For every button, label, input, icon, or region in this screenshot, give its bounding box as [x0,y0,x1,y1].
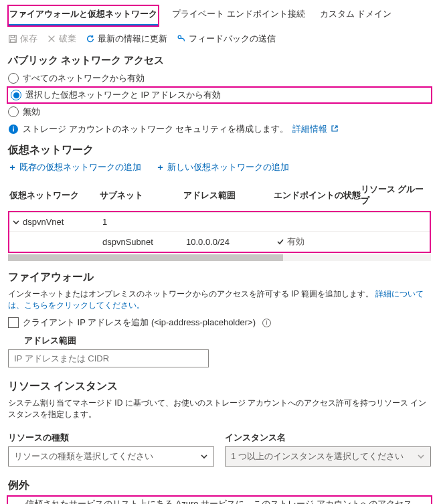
instance-name-select[interactable]: 1 つ以上のインスタンスを選択してください [225,446,431,467]
chevron-down-icon [417,452,425,460]
vnet-table-header: 仮想ネットワーク サブネット アドレス範囲 エンドポイントの状態 リソース グル… [8,180,431,211]
tab-private-endpoint[interactable]: プライベート エンドポイント接続 [171,5,306,26]
col-range: アドレス範囲 [183,190,274,201]
firewall-desc: インターネットまたはオンプレミスのネットワークからのアクセスを許可する IP 範… [8,288,431,311]
radio-selected-networks[interactable]: 選択した仮想ネットワークと IP アドレスから有効 [8,88,431,102]
plus-icon: ＋ [156,161,165,173]
firewall-title: ファイアウォール [8,270,431,284]
col-rg: リソース グループ [361,184,430,207]
vnet-table-body: dspvnVnet 1 dspvnSubnet 10.0.0.0/24 有効 [8,211,431,253]
external-link-icon [331,125,338,132]
radio-label: すべてのネットワークから有効 [23,72,145,84]
plus-icon: ＋ [8,161,17,173]
resource-instance-fields: リソースの種類 リソースの種類を選択してください インスタンス名 1 つ以上のイ… [8,427,431,467]
resource-type-label: リソースの種類 [8,432,214,444]
feedback-button[interactable]: フィードバックの送信 [177,33,276,45]
address-range: 10.0.0.0/24 [186,237,276,247]
feedback-icon [177,34,186,44]
address-range-label: アドレス範囲 [24,335,431,347]
refresh-button[interactable]: 最新の情報に更新 [86,33,167,45]
feedback-label: フィードバックの送信 [189,33,276,45]
radio-all-networks[interactable]: すべてのネットワークから有効 [8,71,431,86]
svg-rect-1 [11,35,14,38]
chevron-down-icon [12,218,20,226]
discard-label: 破棄 [59,33,76,45]
resource-type-select[interactable]: リソースの種類を選択してください [8,446,214,467]
table-row[interactable]: dspvnVnet 1 [9,212,430,231]
refresh-label: 最新の情報に更新 [98,33,167,45]
radio-label: 無効 [23,106,40,118]
chevron-down-icon [200,452,208,460]
save-icon [8,34,17,44]
address-range-input[interactable] [8,349,209,367]
instance-name-label: インスタンス名 [225,432,431,444]
vnet-add-row: ＋既存の仮想ネットワークの追加 ＋新しい仮想ネットワークの追加 [8,161,431,173]
info-icon[interactable]: i [262,319,271,327]
endpoint-status: 有効 [276,236,304,248]
resource-instances-title: リソース インスタンス [8,380,431,394]
vnet-name: dspvnVnet [23,217,64,227]
checkbox-label: 信頼されたサービスのリスト上にある Azure サービスに、このストレージ アカ… [25,498,414,504]
radio-label: 選択した仮想ネットワークと IP アドレスから有効 [25,89,221,101]
resource-instances-desc: システム割り当てマネージド ID に基づいて、お使いのストレージ アカウントへの… [8,398,431,420]
svg-point-5 [178,35,181,38]
add-existing-vnet-button[interactable]: ＋既存の仮想ネットワークの追加 [8,161,141,173]
tab-custom-domain[interactable]: カスタム ドメイン [319,5,393,26]
add-client-ip-checkbox[interactable]: クライアント IP アドレスを追加 (<ip-address-placehold… [8,315,431,330]
toolbar: 保存 破棄 最新の情報に更新 フィードバックの送信 [8,33,431,45]
public-access-title: パブリック ネットワーク アクセス [8,54,431,67]
svg-rect-2 [11,39,15,42]
tabs: ファイアウォールと仮想ネットワーク プライベート エンドポイント接続 カスタム … [8,5,431,26]
radio-disabled[interactable]: 無効 [8,104,431,119]
checkbox-icon [8,317,19,328]
subnet-name: dspvnSubnet [102,237,186,247]
tab-firewall-vnet[interactable]: ファイアウォールと仮想ネットワーク [8,5,159,26]
subnet-count: 1 [102,217,186,227]
col-vnet: 仮想ネットワーク [9,190,100,201]
exceptions-title: 例外 [8,479,431,493]
discard-button[interactable]: 破棄 [47,33,76,45]
check-icon [276,238,284,246]
vnet-title: 仮想ネットワーク [8,143,431,157]
save-label: 保存 [20,33,37,45]
add-new-vnet-button[interactable]: ＋新しい仮想ネットワークの追加 [156,161,289,173]
info-link[interactable]: 詳細情報 [292,123,338,135]
col-subnet: サブネット [100,190,183,201]
radio-icon [8,73,19,84]
save-button[interactable]: 保存 [8,33,37,45]
checkbox-label: クライアント IP アドレスを追加 (<ip-address-placehold… [23,317,256,329]
refresh-icon [86,34,95,44]
info-text: ストレージ アカウントのネットワーク セキュリティを構成します。 [23,123,288,135]
col-endpoint: エンドポイントの状態 [274,190,361,201]
radio-icon [11,90,21,100]
svg-rect-7 [13,129,14,132]
close-icon [47,34,56,44]
trusted-services-checkbox[interactable]: 信頼されたサービスのリスト上にある Azure サービスに、このストレージ アカ… [8,497,431,504]
info-row: ストレージ アカウントのネットワーク セキュリティを構成します。 詳細情報 [8,123,431,135]
svg-rect-8 [13,127,14,128]
svg-line-9 [335,126,337,129]
horizontal-scrollbar[interactable] [8,254,431,261]
table-row[interactable]: dspvnSubnet 10.0.0.0/24 有効 [9,231,430,252]
info-icon [8,124,19,135]
radio-icon [8,106,19,117]
